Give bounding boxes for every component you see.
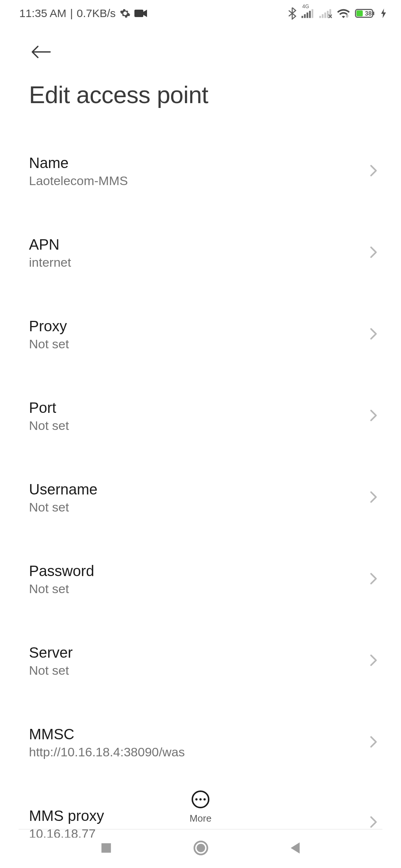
row-label: Proxy xyxy=(29,318,69,335)
row-label: MMSC xyxy=(29,726,185,743)
row-label: Port xyxy=(29,400,69,416)
nav-recents-button[interactable] xyxy=(100,842,113,856)
back-button[interactable] xyxy=(29,44,53,60)
row-value: Not set xyxy=(29,500,98,514)
row-value: Laotelecom-MMS xyxy=(29,174,128,188)
status-bar: 11:35 AM | 0.7KB/s 4G 38 xyxy=(0,0,401,27)
row-name[interactable]: NameLaotelecom-MMS xyxy=(29,141,380,201)
nav-back-button[interactable] xyxy=(289,841,301,856)
square-icon xyxy=(100,842,113,854)
svg-text:38: 38 xyxy=(365,10,372,17)
svg-rect-10 xyxy=(327,11,329,18)
svg-rect-2 xyxy=(301,16,303,18)
chevron-right-icon xyxy=(370,164,377,178)
row-port[interactable]: PortNot set xyxy=(29,386,380,446)
wifi-icon xyxy=(337,9,350,18)
row-mmsc[interactable]: MMSChttp://10.16.18.4:38090/was xyxy=(29,713,380,773)
svg-rect-5 xyxy=(309,11,311,18)
signal-1-icon: 4G xyxy=(301,9,314,18)
row-label: Server xyxy=(29,644,73,661)
chevron-right-icon xyxy=(370,246,377,260)
row-apn[interactable]: APNinternet xyxy=(29,223,380,283)
svg-point-19 xyxy=(197,844,205,852)
status-time: 11:35 AM xyxy=(19,7,66,20)
triangle-left-icon xyxy=(289,841,301,855)
svg-rect-8 xyxy=(322,14,324,18)
svg-rect-1 xyxy=(134,10,143,17)
more-label: More xyxy=(189,813,211,824)
signal-2-icon xyxy=(319,9,332,18)
row-server[interactable]: ServerNot set xyxy=(29,631,380,691)
battery-icon: 38 xyxy=(355,8,376,19)
chevron-right-icon xyxy=(370,736,377,750)
row-password[interactable]: PasswordNot set xyxy=(29,549,380,609)
svg-rect-9 xyxy=(325,13,326,18)
row-value: http://10.16.18.4:38090/was xyxy=(29,745,185,759)
circle-icon xyxy=(193,840,209,856)
svg-rect-15 xyxy=(356,10,363,16)
page-title: Edit access point xyxy=(0,60,401,109)
row-value: Not set xyxy=(29,663,73,678)
settings-gear-icon xyxy=(120,8,131,19)
row-label: Username xyxy=(29,481,98,498)
row-label: Password xyxy=(29,563,94,579)
charging-icon xyxy=(381,9,386,18)
row-value: internet xyxy=(29,255,71,270)
chevron-right-icon xyxy=(370,328,377,342)
row-value: Not set xyxy=(29,418,69,433)
chevron-right-icon xyxy=(370,409,377,423)
status-divider: | xyxy=(70,7,73,20)
nav-home-button[interactable] xyxy=(193,840,209,857)
chevron-right-icon xyxy=(370,491,377,505)
svg-rect-3 xyxy=(304,14,306,18)
status-speed: 0.7KB/s xyxy=(77,7,116,20)
row-proxy[interactable]: ProxyNot set xyxy=(29,305,380,365)
chevron-right-icon xyxy=(370,572,377,586)
bluetooth-icon xyxy=(288,7,296,20)
system-nav-bar xyxy=(0,829,401,868)
svg-rect-14 xyxy=(373,11,374,15)
svg-rect-6 xyxy=(312,9,313,18)
row-label: APN xyxy=(29,236,71,253)
row-label: Name xyxy=(29,155,128,171)
svg-rect-7 xyxy=(319,16,321,18)
row-value: Not set xyxy=(29,582,94,596)
bottom-action-bar: More xyxy=(0,790,401,824)
row-value: Not set xyxy=(29,337,69,351)
settings-list: NameLaotelecom-MMS APNinternet ProxyNot … xyxy=(0,109,401,838)
video-camera-icon xyxy=(134,9,147,18)
row-username[interactable]: UsernameNot set xyxy=(29,468,380,528)
chevron-right-icon xyxy=(370,654,377,668)
arrow-left-icon xyxy=(30,45,52,59)
more-button[interactable]: More xyxy=(189,790,211,824)
svg-rect-17 xyxy=(101,843,111,853)
more-dots-icon xyxy=(192,790,209,808)
svg-rect-4 xyxy=(307,13,309,18)
